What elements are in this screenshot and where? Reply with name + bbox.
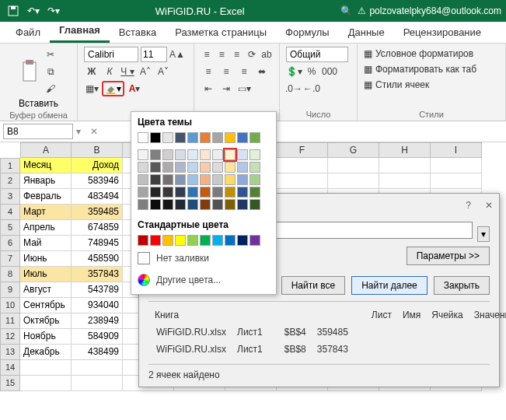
cell[interactable]: 748945 xyxy=(72,236,123,251)
cell[interactable] xyxy=(72,376,123,391)
cell[interactable]: Февраль xyxy=(20,189,72,205)
column-header[interactable]: F xyxy=(277,142,328,158)
color-swatch[interactable] xyxy=(200,187,211,198)
result-row[interactable]: WiFiGID.RU.xlsxЛист1$B$8357843 xyxy=(150,344,365,355)
color-swatch[interactable] xyxy=(175,162,186,173)
color-swatch[interactable] xyxy=(187,174,198,185)
color-swatch[interactable] xyxy=(150,174,161,185)
cell[interactable]: Май xyxy=(20,236,72,251)
cell[interactable] xyxy=(379,173,431,189)
col-name[interactable]: Имя xyxy=(398,308,425,322)
dropdown-icon[interactable]: ▾ xyxy=(477,226,490,242)
row-header[interactable]: 9 xyxy=(0,282,20,298)
align-left-icon[interactable]: ≡ xyxy=(201,64,216,79)
color-swatch[interactable] xyxy=(212,149,223,160)
row-header[interactable]: 4 xyxy=(0,205,20,220)
column-header[interactable]: H xyxy=(379,142,431,158)
bold-button[interactable]: Ж xyxy=(84,64,99,79)
color-swatch[interactable] xyxy=(175,187,186,198)
align-top-icon[interactable]: ≡ xyxy=(201,47,213,62)
cell[interactable] xyxy=(328,158,379,173)
row-header[interactable]: 8 xyxy=(0,267,20,282)
column-header[interactable]: A xyxy=(20,142,72,158)
result-row[interactable]: WiFiGID.RU.xlsxЛист1$B$4359485 xyxy=(150,327,365,338)
color-swatch[interactable] xyxy=(250,162,260,173)
cell[interactable]: Август xyxy=(20,282,72,298)
tab-review[interactable]: Рецензирование xyxy=(394,22,490,43)
find-next-button[interactable]: Найти далее xyxy=(351,276,427,295)
color-swatch[interactable] xyxy=(187,187,198,198)
redo-icon[interactable]: ↷▾ xyxy=(45,2,62,19)
row-header[interactable]: 14 xyxy=(0,360,20,376)
increase-indent-icon[interactable]: ⇥ xyxy=(218,81,234,96)
color-swatch[interactable] xyxy=(225,149,236,160)
color-swatch[interactable] xyxy=(237,187,248,198)
color-swatch[interactable] xyxy=(175,132,186,143)
cell[interactable]: Июль xyxy=(20,267,72,282)
color-swatch[interactable] xyxy=(237,199,248,210)
cell[interactable]: 359485 xyxy=(72,205,123,220)
color-swatch[interactable] xyxy=(187,162,198,173)
color-swatch[interactable] xyxy=(187,235,198,246)
color-swatch[interactable] xyxy=(250,149,260,160)
tab-formulas[interactable]: Формулы xyxy=(276,22,339,43)
color-swatch[interactable] xyxy=(237,162,248,173)
paste-icon[interactable] xyxy=(19,59,40,84)
cell[interactable]: Апрель xyxy=(20,220,72,236)
cell[interactable]: Март xyxy=(20,205,72,220)
color-swatch[interactable] xyxy=(237,235,248,246)
cell-styles-button[interactable]: ▦ Стили ячеек xyxy=(364,78,499,92)
color-swatch[interactable] xyxy=(200,132,211,143)
cell[interactable] xyxy=(431,173,482,189)
color-swatch[interactable] xyxy=(175,199,186,210)
font-color-button[interactable]: A▾ xyxy=(127,81,142,96)
conditional-format-button[interactable]: ▦ Условное форматиров xyxy=(364,47,499,61)
cell[interactable] xyxy=(72,360,123,376)
cell[interactable]: 438499 xyxy=(72,345,123,360)
color-swatch[interactable] xyxy=(250,174,260,185)
row-header[interactable]: 7 xyxy=(0,251,20,267)
number-format-select[interactable] xyxy=(286,47,348,62)
cell[interactable]: 357843 xyxy=(72,267,123,282)
color-swatch[interactable] xyxy=(138,149,148,160)
color-swatch[interactable] xyxy=(187,132,198,143)
cell[interactable]: Месяц xyxy=(20,158,72,173)
more-colors-item[interactable]: Другие цвета... xyxy=(138,269,270,291)
color-swatch[interactable] xyxy=(212,199,223,210)
cell[interactable]: 583946 xyxy=(72,173,123,189)
cell[interactable] xyxy=(431,158,482,173)
color-swatch[interactable] xyxy=(150,199,161,210)
col-book[interactable]: Книга xyxy=(150,308,365,322)
parameters-button[interactable]: Параметры >> xyxy=(407,247,490,265)
cell[interactable] xyxy=(20,376,72,391)
cell[interactable] xyxy=(379,158,431,173)
tab-layout[interactable]: Разметка страницы xyxy=(166,22,276,43)
color-swatch[interactable] xyxy=(225,235,236,246)
paste-label[interactable]: Вставить xyxy=(19,98,58,109)
color-swatch[interactable] xyxy=(150,235,161,246)
col-value[interactable]: Значение xyxy=(469,308,506,322)
align-middle-icon[interactable]: ≡ xyxy=(215,47,228,62)
align-bottom-icon[interactable]: ≡ xyxy=(230,47,243,62)
color-swatch[interactable] xyxy=(138,132,148,143)
cell[interactable]: Январь xyxy=(20,173,72,189)
cell[interactable]: 934040 xyxy=(72,298,123,313)
row-header[interactable]: 13 xyxy=(0,345,20,360)
color-swatch[interactable] xyxy=(138,187,148,198)
orientation-icon[interactable]: ⟳ xyxy=(246,47,258,62)
font-size-select[interactable] xyxy=(141,47,167,62)
color-swatch[interactable] xyxy=(250,132,260,143)
cell[interactable]: Ноябрь xyxy=(20,329,72,345)
align-center-icon[interactable]: ≡ xyxy=(218,64,234,79)
color-swatch[interactable] xyxy=(162,162,173,173)
cell[interactable]: 543789 xyxy=(72,282,123,298)
color-swatch[interactable] xyxy=(150,162,161,173)
name-box-input[interactable] xyxy=(3,124,73,139)
cell[interactable] xyxy=(277,173,328,189)
fill-color-button[interactable]: ▾ xyxy=(102,81,124,96)
row-header[interactable]: 11 xyxy=(0,313,20,329)
decrease-indent-icon[interactable]: ⇤ xyxy=(201,81,216,96)
copy-icon[interactable]: ⧉ xyxy=(43,64,58,79)
format-painter-icon[interactable]: 🖌 xyxy=(43,81,58,96)
cell[interactable]: 584909 xyxy=(72,329,123,345)
